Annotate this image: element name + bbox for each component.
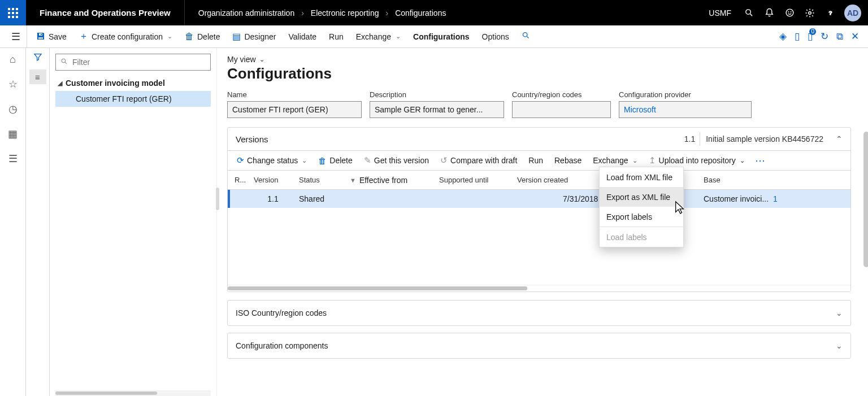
validate-button[interactable]: Validate	[283, 25, 323, 48]
grid-body: 1.1 Shared 7/31/2018 5:51:01 AM Customer…	[228, 190, 850, 285]
provider-field[interactable]: Microsoft	[619, 101, 752, 118]
create-configuration-button[interactable]: ＋Create configuration⌄	[73, 25, 178, 48]
iso-codes-panel[interactable]: ISO Country/region codes ⌄	[227, 300, 851, 326]
my-view-button[interactable]: My view⌄	[227, 55, 851, 64]
funnel-icon[interactable]	[33, 53, 42, 64]
refresh-icon[interactable]: ↻	[821, 31, 828, 42]
chevron-up-icon: ⌃	[836, 134, 843, 143]
home-icon[interactable]: ⌂	[10, 54, 16, 66]
avatar[interactable]: AD	[844, 5, 861, 21]
office-icon[interactable]: ▯	[795, 31, 800, 42]
attachments-icon[interactable]: ▯0	[808, 31, 813, 42]
main-content: My view⌄ Configurations Name Customer FT…	[217, 48, 868, 396]
chevron-down-icon: ⌄	[259, 56, 264, 63]
detail-fields: Name Customer FTI report (GER) Descripti…	[227, 90, 851, 118]
modules-icon[interactable]: ☰	[8, 153, 18, 165]
col-base[interactable]: Base	[700, 176, 791, 184]
country-codes-field[interactable]	[512, 101, 611, 118]
menu-export-labels[interactable]: Export labels	[600, 207, 683, 227]
list-icon[interactable]: ≡	[29, 69, 46, 84]
gear-icon[interactable]	[804, 7, 816, 19]
header-right-icons: USMF ? AD	[709, 5, 868, 21]
chevron-down-icon: ⌄	[302, 157, 307, 164]
name-field[interactable]: Customer FTI report (GER)	[227, 101, 362, 118]
recent-icon[interactable]: ◷	[8, 103, 18, 115]
help-icon[interactable]: ?	[824, 7, 836, 19]
grid-horizontal-scrollbar[interactable]	[228, 285, 850, 291]
tree-horizontal-scrollbar[interactable]	[55, 390, 211, 396]
page-title: Configurations	[227, 65, 851, 82]
breadcrumb-item[interactable]: Organization administration	[198, 8, 294, 18]
designer-button[interactable]: ▤Designer	[227, 25, 281, 48]
quick-search-button[interactable]	[516, 25, 536, 48]
menu-load-xml[interactable]: Load from XML file	[600, 167, 683, 187]
menu-load-labels: Load labels	[600, 227, 683, 247]
close-icon[interactable]: ✕	[851, 31, 859, 42]
get-version-button: ✎Get this version	[359, 150, 433, 171]
table-row[interactable]: 1.1 Shared 7/31/2018 5:51:01 AM Customer…	[228, 190, 850, 208]
configurations-tab[interactable]: Configurations	[407, 25, 475, 48]
svg-point-2	[786, 9, 793, 16]
col-supported[interactable]: Supported until	[436, 176, 514, 184]
left-nav-rail: ⌂ ☆ ◷ ▦ ☰	[0, 48, 26, 396]
config-components-panel[interactable]: Configuration components ⌄	[227, 333, 851, 359]
breadcrumb: Organization administration › Electronic…	[185, 8, 446, 18]
splitter-handle[interactable]	[216, 188, 219, 210]
delete-button[interactable]: 🗑︎Delete	[179, 25, 225, 48]
smile-icon[interactable]	[783, 7, 796, 19]
chevron-right-icon: ›	[301, 8, 304, 18]
grid-header: R... Version Status ▼Effective from Supp…	[228, 171, 850, 190]
chevron-down-icon: ⌄	[396, 33, 401, 40]
compare-button: ↺Compare with draft	[436, 150, 522, 171]
col-status[interactable]: Status	[296, 176, 346, 184]
tree-pane: ◢ Customer invoicing model Customer FTI …	[50, 48, 217, 396]
chevron-down-icon: ⌄	[740, 157, 745, 164]
save-button[interactable]: 💾︎Save	[31, 25, 72, 48]
diamond-icon[interactable]: ◈	[779, 31, 787, 42]
svg-point-0	[745, 10, 750, 14]
upload-icon: ↥	[649, 155, 656, 166]
hamburger-button[interactable]: ☰	[5, 25, 27, 48]
svg-text:?: ?	[828, 10, 832, 16]
tree-node-selected[interactable]: Customer FTI report (GER)	[55, 91, 211, 107]
version-delete-button[interactable]: 🗑︎Delete	[314, 150, 357, 171]
filter-input-wrap[interactable]	[55, 54, 211, 71]
col-version[interactable]: Version	[250, 176, 296, 184]
field-label: Description	[370, 90, 504, 99]
panel-title: Configuration components	[236, 341, 328, 350]
col-r[interactable]: R...	[231, 176, 250, 184]
action-bar: ☰ 💾︎Save ＋Create configuration⌄ 🗑︎Delete…	[0, 25, 868, 48]
filter-input[interactable]	[71, 57, 206, 67]
breadcrumb-item[interactable]: Configurations	[395, 8, 446, 18]
chevron-down-icon: ⌄	[632, 157, 637, 164]
menu-export-xml[interactable]: Export as XML file	[600, 187, 683, 207]
vertical-scrollbar[interactable]	[863, 132, 868, 267]
versions-panel-header[interactable]: Versions 1.1 Initial sample version KB44…	[228, 128, 850, 150]
change-status-button[interactable]: ⟳Change status⌄	[232, 150, 311, 171]
version-run-button[interactable]: Run	[524, 150, 548, 171]
exchange-dropdown: Load from XML file Export as XML file Ex…	[599, 167, 684, 247]
search-icon[interactable]	[743, 7, 755, 19]
app-launcher-button[interactable]	[0, 0, 26, 25]
options-tab[interactable]: Options	[476, 25, 515, 48]
star-icon[interactable]: ☆	[8, 78, 18, 90]
breadcrumb-item[interactable]: Electronic reporting	[311, 8, 379, 18]
exchange-button[interactable]: Exchange⌄	[350, 25, 406, 48]
header-version: 1.1	[684, 132, 700, 146]
more-button[interactable]: ⋯	[752, 154, 770, 167]
tree-node-root[interactable]: ◢ Customer invoicing model	[55, 75, 211, 91]
col-effective[interactable]: ▼Effective from	[346, 176, 436, 185]
workspace-icon[interactable]: ▦	[8, 128, 18, 140]
cell-base[interactable]: Customer invoici... 1	[700, 194, 791, 203]
bell-icon[interactable]	[763, 7, 775, 19]
download-icon: ✎	[364, 155, 371, 166]
compare-icon: ↺	[440, 155, 448, 166]
versions-panel: Versions 1.1 Initial sample version KB44…	[227, 127, 851, 292]
run-button[interactable]: Run	[323, 25, 349, 48]
company-code[interactable]: USMF	[709, 8, 735, 18]
chevron-right-icon: ›	[385, 8, 388, 18]
popout-icon[interactable]: ⧉	[836, 31, 843, 42]
chevron-down-icon: ⌄	[167, 33, 172, 40]
description-field[interactable]: Sample GER format to gener...	[370, 101, 504, 118]
designer-icon: ▤	[232, 31, 241, 42]
